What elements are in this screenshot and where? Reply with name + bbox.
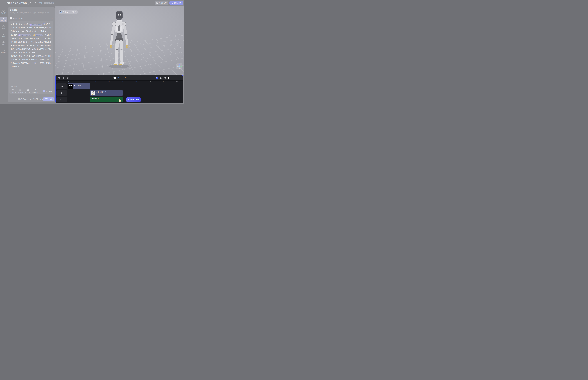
delete-clip-icon[interactable] (67, 77, 69, 79)
action-track-header[interactable] (56, 90, 67, 96)
editor-btn-label: 插入动作 (17, 92, 23, 94)
fit-timeline-icon[interactable] (156, 77, 158, 79)
timeline-play-button[interactable] (113, 76, 116, 79)
robot-face-icon (2, 25, 5, 28)
sidebar-item-1[interactable]: 音频编排 (0, 17, 7, 22)
delete-audio-icon[interactable] (51, 18, 53, 19)
saved-cloud-icon (35, 2, 37, 4)
robot-face-icon (61, 85, 63, 88)
sidebar-item-label: 音频编排 (1, 20, 6, 22)
timeline-lanes: 害羞微笑 超帅走路姿势 官方声音 鼠标长按并拖拽 (56, 83, 183, 103)
audio-file-name: 默认名称1.mp3 (13, 17, 50, 19)
ruler-tick (156, 81, 157, 82)
editor-btn-3[interactable]: 清空编排 (31, 89, 39, 94)
save-status: 保存时间 26/01/03 12:01 (34, 1, 55, 5)
expand-track-icon[interactable] (160, 77, 162, 79)
sidebar-item-label: 我的任务 (1, 52, 6, 53)
expression-track-header[interactable] (56, 83, 67, 90)
model-edition: 青春版 (72, 11, 76, 13)
app-logo-icon (2, 1, 5, 5)
editor-btn-1[interactable]: 插入动作 (17, 89, 24, 94)
model-name: 灵犀X2 (63, 11, 68, 13)
remove-tag-icon[interactable]: × (40, 24, 41, 26)
sidebar-item-label: 动作库 (2, 36, 5, 38)
ruler-label: 6f (108, 81, 109, 82)
sidebar-item-4[interactable]: 音频库 (0, 40, 7, 46)
panel-title: 音频编排 (10, 9, 17, 11)
sidebar-item-label: 表情库 (2, 28, 5, 30)
sidebar-item-5[interactable]: 我的任务 (0, 48, 7, 54)
tag-label: 哈哈大笑(10s) (32, 24, 39, 26)
timeline-zoom-slider[interactable] (168, 78, 178, 78)
quote-mark: 」 (43, 38, 44, 39)
remove-tag-icon[interactable]: × (41, 34, 42, 36)
floppy-icon (156, 2, 158, 4)
ruler-label: 4f (95, 81, 96, 82)
panel-subtitle: 通过音频处理，生成音频素材以及融合动作和表情的音频编排素材 (10, 12, 53, 14)
model-badge-divider: ｜ (69, 11, 70, 13)
deploy-button[interactable]: 下发到设备 (169, 1, 183, 5)
page-top-accent (0, 0, 184, 0)
quote-mark: 「 (42, 23, 44, 25)
ruler-tick (116, 81, 116, 82)
metronome-icon (59, 98, 61, 101)
zoom-out-icon[interactable] (164, 77, 166, 79)
quote-mark: 」 (41, 38, 43, 39)
rename-button[interactable] (28, 1, 32, 5)
expression-clip-label: 害羞微笑 (76, 85, 82, 86)
page-bottom-accent (0, 103, 184, 104)
expression-clip[interactable]: 害羞微笑 (68, 83, 90, 90)
editor-btn-0[interactable]: 一键编排 (9, 89, 17, 94)
axis-gizmo[interactable]: Z X Y (176, 63, 182, 69)
sparkles-icon (2, 17, 5, 20)
generate-button[interactable]: 立即生成 (43, 97, 54, 101)
sidebar-item-label: 动作模仿 (1, 12, 6, 14)
gizmo-z-label: Z (179, 64, 180, 65)
merge-save-label: 合成并保存 (159, 2, 167, 4)
action-clip[interactable]: 超帅走路姿势 (90, 90, 123, 96)
remove-tag-icon[interactable]: × (29, 34, 30, 36)
ruler-label: 10f (135, 81, 137, 82)
undo-icon[interactable] (58, 77, 60, 79)
speaker-icon[interactable] (63, 99, 65, 101)
timeline-ruler[interactable]: 0f2f4f6f8f10f12f14f16f (56, 80, 183, 83)
ruler-tick (75, 81, 75, 82)
rhythm-checkbox[interactable]: ✓ (43, 91, 45, 92)
sidebar-item-0[interactable]: 动作模仿 (0, 9, 7, 15)
ruler-label: 16f (176, 81, 178, 82)
timeline-toolbar: 00:00 / 00:30 (56, 75, 183, 80)
sidebar-item-label: 音频库 (2, 44, 5, 45)
sidebar-item-2[interactable]: 表情库 (0, 24, 7, 30)
smiley-icon (74, 85, 75, 86)
redo-icon[interactable] (62, 77, 65, 79)
editor-btn-label: 清空编排 (32, 92, 38, 94)
zoom-in-icon[interactable] (180, 77, 182, 79)
slider-thumb[interactable] (168, 77, 169, 78)
app-window: A1机器人动作-我的项目1 保存时间 26/01/03 12:01 合成并保存 … (0, 0, 184, 104)
ruler-label: 14f (162, 81, 164, 82)
ruler-label: 2f (81, 81, 82, 82)
sidebar-item-3[interactable]: 动作库 (0, 32, 7, 38)
expression-tag[interactable]: 哈哈大笑(10s)× (29, 23, 42, 26)
expression-tag-icon (18, 34, 20, 36)
expression-tag[interactable]: 哈哈大笑(10s)× (18, 34, 31, 36)
viewport-3d[interactable]: 灵犀X2 ｜ 青春版 Z X Y (55, 6, 184, 75)
gizmo-y-label: Y (179, 66, 179, 67)
timeline-panel: 00:00 / 00:30 0f2f4f6f8f10f12f14f16f (55, 75, 183, 103)
deploy-label: 下发到设备 (174, 2, 181, 4)
robot-face-icon (27, 89, 29, 91)
tag-label: 哈哈大笑(10s) (21, 34, 28, 36)
eraser-icon (34, 89, 36, 91)
rhythm-option[interactable]: ✓ 韵律动作 (43, 90, 52, 92)
editor-btn-2[interactable]: 插入表情 (24, 89, 31, 94)
clapperboard-icon (2, 9, 5, 12)
audio-play-button[interactable] (10, 17, 12, 19)
audio-track-header[interactable] (56, 97, 67, 102)
action-tag[interactable]: 弯腰(5s)× (33, 34, 43, 36)
music-box-icon (2, 41, 5, 43)
action-clip-label: 超帅走路姿势 (98, 91, 106, 93)
char-count: 52 / 1,000 (11, 85, 17, 87)
time-display: 00:00 / 00:30 (118, 77, 126, 79)
script-editor[interactable]: 这是一家全球领先的公司 哈哈大笑(10s)×「专注于先进机器人系统的设计、制造和… (9, 21, 53, 94)
merge-save-button[interactable]: 合成并保存 (155, 1, 168, 5)
